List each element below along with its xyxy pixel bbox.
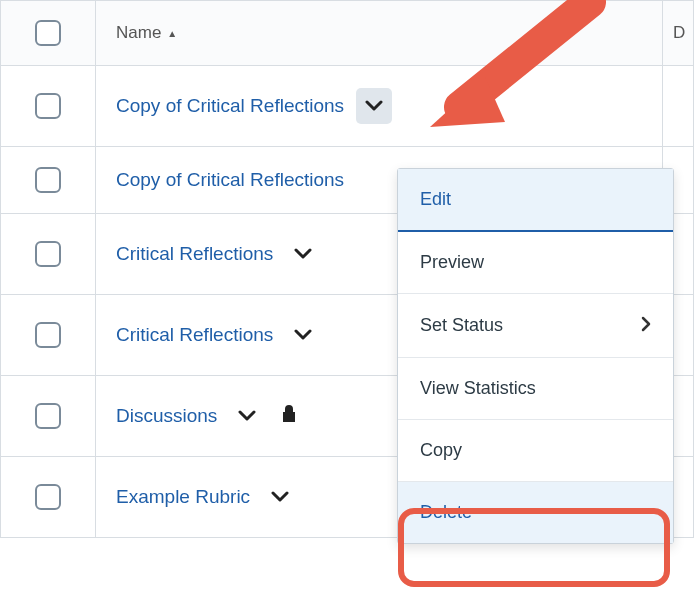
select-all-checkbox[interactable] [35,20,61,46]
row-checkbox[interactable] [35,167,61,193]
row-checkbox[interactable] [35,241,61,267]
chevron-down-icon [238,410,256,422]
last-col-label: D [673,23,685,43]
row-checkbox-cell [1,214,96,294]
menu-item-label: View Statistics [420,378,536,399]
table-row: Copy of Critical Reflections [0,66,694,147]
item-link[interactable]: Critical Reflections [116,324,273,346]
chevron-down-icon [365,100,383,112]
name-header-label: Name [116,23,161,43]
chevron-down-icon [294,329,312,341]
last-column-header: D [663,1,693,65]
row-actions-toggle[interactable] [262,479,298,515]
row-checkbox[interactable] [35,403,61,429]
menu-item-label: Preview [420,252,484,273]
name-column-header[interactable]: Name ▲ [96,1,663,65]
menu-item-label: Set Status [420,315,503,336]
row-checkbox[interactable] [35,484,61,510]
menu-item-label: Edit [420,189,451,210]
row-checkbox[interactable] [35,93,61,119]
row-checkbox-cell [1,376,96,456]
menu-item-set-status[interactable]: Set Status [398,294,673,358]
row-actions-toggle[interactable] [285,317,321,353]
item-link[interactable]: Copy of Critical Reflections [116,169,344,191]
item-link[interactable]: Discussions [116,405,217,427]
item-link[interactable]: Critical Reflections [116,243,273,265]
menu-item-view-statistics[interactable]: View Statistics [398,358,673,420]
row-checkbox-cell [1,295,96,375]
row-actions-toggle[interactable] [229,398,265,434]
row-checkbox[interactable] [35,322,61,348]
menu-item-label: Copy [420,440,462,461]
menu-item-label: Delete [420,502,472,523]
row-last-cell [663,66,693,146]
row-checkbox-cell [1,147,96,213]
chevron-right-icon [641,314,651,337]
item-link[interactable]: Example Rubric [116,486,250,508]
menu-item-delete[interactable]: Delete [398,482,673,543]
table-header: Name ▲ D [0,0,694,66]
row-checkbox-cell [1,66,96,146]
menu-item-preview[interactable]: Preview [398,232,673,294]
sort-ascending-icon: ▲ [167,28,177,39]
item-link[interactable]: Copy of Critical Reflections [116,95,344,117]
row-actions-menu: Edit Preview Set Status View Statistics … [397,168,674,544]
lock-icon [281,404,297,429]
chevron-down-icon [271,491,289,503]
row-actions-toggle[interactable] [356,88,392,124]
chevron-down-icon [294,248,312,260]
row-checkbox-cell [1,457,96,537]
menu-item-edit[interactable]: Edit [398,169,673,232]
header-checkbox-cell [1,1,96,65]
row-name-cell: Copy of Critical Reflections [96,66,663,146]
row-actions-toggle[interactable] [285,236,321,272]
menu-item-copy[interactable]: Copy [398,420,673,482]
